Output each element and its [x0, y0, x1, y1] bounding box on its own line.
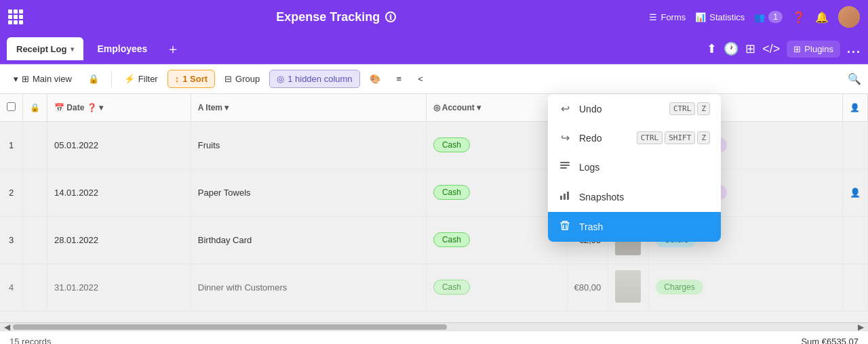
share-icon[interactable]: ⬆	[707, 41, 717, 56]
person-cell	[843, 263, 868, 311]
hidden-columns-button[interactable]: ◎ 1 hidden column	[269, 70, 359, 88]
row-number: 2	[0, 169, 23, 216]
person-cell: 👤	[843, 169, 868, 216]
menu-item-trash[interactable]: Trash	[548, 212, 721, 242]
notifications-icon[interactable]: 🔔	[815, 11, 829, 24]
shift-key: SHIFT	[665, 131, 695, 144]
plugins-button[interactable]: ⊞ Plugins	[787, 41, 840, 58]
code-icon[interactable]: </>	[762, 42, 780, 56]
filter-icon: ⚡	[124, 74, 135, 84]
item-cell[interactable]: Fruits	[191, 121, 426, 169]
more-toolbar-button[interactable]: <	[411, 70, 430, 87]
sort-button[interactable]: ↕ 1 Sort	[167, 70, 215, 88]
app-title: Expense Tracking	[276, 10, 380, 24]
statistics-button[interactable]: 📊 Statistics	[695, 12, 745, 22]
row-lock	[23, 216, 47, 263]
account-column-header[interactable]: ◎ Account ▾	[426, 94, 567, 121]
info-icon[interactable]: ℹ	[385, 12, 396, 22]
account-cell: Cash	[426, 263, 567, 311]
add-tab-button[interactable]: ＋	[161, 37, 185, 61]
menu-item-redo[interactable]: ↪ Redo CTRL SHIFT Z	[548, 123, 721, 152]
item-sort-icon[interactable]: ▾	[224, 103, 229, 112]
svg-rect-5	[567, 192, 569, 200]
select-all-header[interactable]	[0, 94, 23, 121]
svg-rect-2	[560, 167, 567, 169]
table-row: 2 14.01.2022 Paper Towels Cash €1,79 Off…	[0, 169, 868, 216]
row-lock	[23, 169, 47, 216]
undo-kbd: CTRL Z	[669, 102, 710, 115]
row-number: 1	[0, 121, 23, 169]
color-icon: 🎨	[370, 74, 380, 84]
item-cell[interactable]: Birthday Card	[191, 216, 426, 263]
plugins-icon: ⊞	[793, 44, 801, 54]
account-icon: ◎	[433, 103, 440, 112]
person-cell	[843, 121, 868, 169]
snapshots-label: Snapshots	[579, 192, 710, 202]
date-cell: 14.01.2022	[47, 169, 191, 216]
category-badge: Charges	[656, 280, 703, 295]
row-height-button[interactable]: ≡	[390, 70, 409, 87]
item-cell[interactable]: Paper Towels	[191, 169, 426, 216]
users-icon: 👥	[754, 12, 765, 22]
top-bar-right: ☰ Forms 📊 Statistics 👥 1 ❓ 🔔	[649, 6, 860, 28]
tab-employees[interactable]: Employees	[87, 37, 157, 60]
scroll-right-arrow[interactable]: ▶	[855, 322, 867, 332]
lock-icon: 🔒	[88, 74, 99, 84]
menu-item-logs[interactable]: Logs	[548, 152, 721, 182]
z-key: Z	[697, 102, 710, 115]
cash-badge: Cash	[433, 185, 470, 200]
date-column-header[interactable]: 📅 Date ❓ ▾	[47, 94, 191, 121]
trash-label: Trash	[579, 221, 710, 232]
account-sort-icon[interactable]: ▾	[477, 103, 481, 112]
scrollbar-thumb[interactable]	[13, 324, 447, 330]
snapshots-icon	[559, 190, 571, 204]
forms-button[interactable]: ☰ Forms	[649, 12, 686, 22]
receipt-log-label: Receipt Log	[16, 44, 66, 54]
date-cell: 31.01.2022	[47, 263, 191, 311]
arrow-down-icon: ▾	[14, 74, 18, 84]
receipt-image[interactable]	[615, 270, 641, 303]
undo-icon: ↩	[559, 102, 571, 115]
view-toggle-button[interactable]: ▾ ⊞ Main view	[7, 70, 79, 87]
row-lock	[23, 121, 47, 169]
table-row: 4 31.01.2022 Dinner with Customers Cash …	[0, 263, 868, 311]
layout-icon[interactable]: ⊞	[745, 41, 755, 56]
statistics-icon: 📊	[695, 12, 706, 22]
group-button[interactable]: ⊟ Group	[218, 70, 267, 87]
ctrl-key2: CTRL	[637, 131, 663, 144]
cash-badge: Cash	[433, 280, 470, 295]
tab-receipt-log[interactable]: Receipt Log ▾	[7, 37, 83, 60]
more-options-button[interactable]: ...	[847, 42, 861, 56]
history-icon[interactable]: 🕐	[724, 41, 738, 56]
menu-item-snapshots[interactable]: Snapshots	[548, 182, 721, 212]
grid-menu-icon[interactable]	[8, 9, 23, 24]
top-bar: Expense Tracking ℹ ☰ Forms 📊 Statistics …	[0, 0, 868, 34]
date-cell: 05.01.2022	[47, 121, 191, 169]
item-cell[interactable]: Dinner with Customers	[191, 263, 426, 311]
row-height-icon: ≡	[397, 74, 402, 84]
context-menu: ↩ Undo CTRL Z ↪ Redo CTRL SHIFT Z Logs	[548, 94, 721, 242]
scroll-left-arrow[interactable]: ◀	[1, 322, 13, 332]
amount-cell: €80,00	[567, 263, 608, 311]
account-cell: Cash	[426, 216, 567, 263]
sort-col-icon[interactable]: ▾	[99, 103, 103, 112]
horizontal-scrollbar[interactable]: ◀ ▶	[0, 322, 868, 330]
color-button[interactable]: 🎨	[363, 70, 387, 87]
logs-label: Logs	[579, 162, 710, 173]
tab-arrow-icon: ▾	[71, 45, 74, 53]
select-all-checkbox[interactable]	[7, 102, 16, 111]
help-icon[interactable]: ❓	[792, 11, 806, 24]
sort-icon: ↕	[175, 74, 180, 84]
grid-view-icon: ⊞	[22, 74, 29, 84]
search-button[interactable]: 🔍	[848, 72, 861, 85]
avatar[interactable]	[838, 6, 860, 28]
item-column-header[interactable]: A Item ▾	[191, 94, 426, 121]
lock-button[interactable]: 🔒	[81, 70, 106, 87]
filter-button[interactable]: ⚡ Filter	[117, 70, 165, 87]
more-icon: <	[418, 74, 423, 84]
account-cell: Cash	[426, 169, 567, 216]
records-count: 15 records	[9, 337, 51, 344]
row-number: 3	[0, 216, 23, 263]
menu-item-undo[interactable]: ↩ Undo CTRL Z	[548, 94, 721, 123]
users-button[interactable]: 👥 1	[754, 11, 783, 23]
